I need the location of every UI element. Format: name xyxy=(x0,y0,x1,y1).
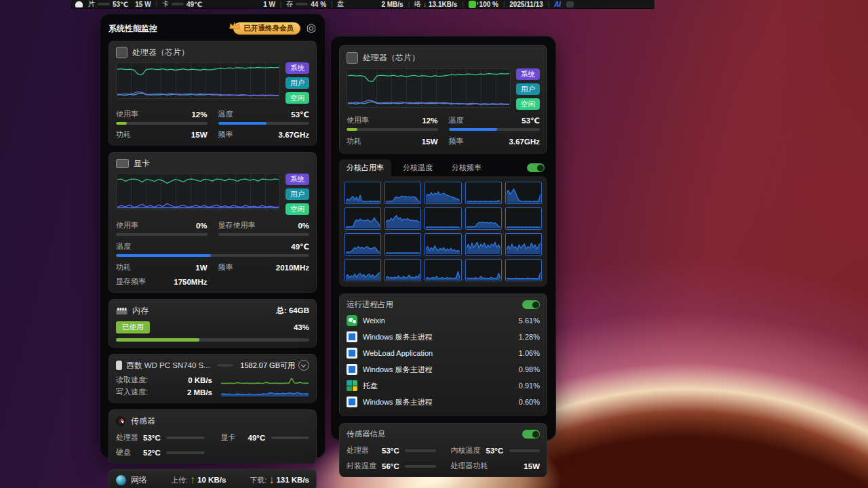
taskbar-gpu[interactable]: 卡 49℃ 1 W xyxy=(162,0,275,9)
gpu-usage-graph xyxy=(116,174,280,210)
gpu-icon xyxy=(116,159,129,168)
sensorinfo-pkg-value: 56°C xyxy=(382,462,405,470)
core-section-toggle[interactable] xyxy=(527,163,545,172)
processes-card: 运行进程占用 Weixin 5.61% Windows 服务主进程 1.28% … xyxy=(339,293,547,416)
chevron-down-icon[interactable] xyxy=(298,360,309,371)
legend-user: 用户 xyxy=(285,77,309,89)
cpu-usage-bar xyxy=(347,128,438,131)
disk-write-sparkline xyxy=(220,387,309,397)
taskbar-gpu-label: 卡 xyxy=(162,0,169,9)
core-chart xyxy=(384,207,421,230)
gpu-usage-value: 0% xyxy=(196,222,208,230)
taskbar-gpu-bar xyxy=(172,3,184,5)
gpu-usage-bar xyxy=(116,233,208,236)
processes-toggle[interactable] xyxy=(522,300,540,309)
settings-icon[interactable] xyxy=(306,23,317,34)
sensor-info-toggle[interactable] xyxy=(522,430,540,439)
taskbar-cpu-label: 片 xyxy=(88,0,95,9)
tab-core-freq[interactable]: 分核频率 xyxy=(444,159,489,176)
process-name: 托盘 xyxy=(363,381,519,391)
core-chart xyxy=(505,207,542,230)
processes-header: 运行进程占用 xyxy=(347,300,540,310)
gpu-vramfreq-value: 1750MHz xyxy=(174,278,207,286)
monitor-panel-main: 系统性能监控 已开通终身会员 处理器（芯片） xyxy=(100,14,326,458)
weixin-icon xyxy=(347,315,357,326)
disk-write-label: 写入速度: xyxy=(116,387,159,397)
network-card-title: 网络 xyxy=(131,474,147,486)
gpu-power-value: 1W xyxy=(195,264,207,272)
tab-core-usage[interactable]: 分核占用率 xyxy=(339,159,391,176)
tab-core-temp[interactable]: 分核温度 xyxy=(395,159,440,176)
core-chart xyxy=(384,182,421,204)
taskbar-memory-bar xyxy=(296,3,308,5)
disk-read-label: 读取速度: xyxy=(116,375,159,385)
sensor-info-title: 传感器信息 xyxy=(347,429,386,439)
taskbar-battery[interactable]: 100 % xyxy=(469,1,498,8)
core-chart xyxy=(425,207,461,230)
taskbar-gpu-temp: 49℃ xyxy=(186,1,202,8)
sensorinfo-power-value: 15W xyxy=(524,462,540,470)
core-chart xyxy=(384,233,421,256)
taskbar-disk-value: 2 MB/s xyxy=(381,1,403,8)
ai-logo[interactable]: AI xyxy=(554,1,561,8)
gpu-temp-value: 49℃ xyxy=(291,242,309,251)
sensor-hdd-bar xyxy=(166,451,205,454)
process-name: Weixin xyxy=(363,317,519,325)
chip-icon xyxy=(347,52,358,64)
cpu-graph-legend: 系统 用户 空闲 xyxy=(285,62,309,104)
panel-header: 系统性能监控 已开通终身会员 xyxy=(108,20,317,37)
legend-system: 系统 xyxy=(285,174,309,185)
sensor-gpu-label: 显卡 xyxy=(221,432,248,443)
memory-card: 内存 总: 64GB 已使用 43% xyxy=(108,299,317,348)
cpu-card-header: 处理器（芯片） xyxy=(116,47,309,58)
taskbar-memory[interactable]: 存 44 % xyxy=(286,0,326,9)
taskbar-network[interactable]: 络 ↓ 13.1KB/s xyxy=(414,0,457,9)
process-value: 1.28% xyxy=(519,333,540,341)
upload-label: 上传: xyxy=(171,475,188,485)
core-chart xyxy=(344,182,381,204)
divider: | xyxy=(331,1,332,7)
gpu-graph-legend: 系统 用户 空闲 xyxy=(285,174,309,215)
memory-used-badge: 已使用 xyxy=(116,321,150,333)
cpu-temp-label: 温度 xyxy=(449,115,464,125)
sensor-hdd-label: 硬盘 xyxy=(116,447,143,458)
process-name: Windows 服务主进程 xyxy=(363,397,519,407)
sensor-cpu-label: 处理器 xyxy=(116,432,143,443)
process-value: 1.06% xyxy=(519,349,540,357)
taskbar-disk[interactable]: 盘 2 MB/s xyxy=(337,0,403,9)
vip-badge[interactable]: 已开通终身会员 xyxy=(233,22,301,35)
core-chart xyxy=(344,207,381,230)
sensor-cpu-bar xyxy=(166,436,205,439)
chip-icon xyxy=(116,47,127,58)
gpu-power-label: 功耗 xyxy=(116,262,131,272)
taskbar: 片 53℃ 15 W | 卡 49℃ 1 W | 存 44 % | 盘 2 MB… xyxy=(71,0,654,9)
sensors-card-header: 传感器 xyxy=(116,415,309,427)
upload-arrow-icon: ↑ xyxy=(190,474,195,486)
taskbar-cpu[interactable]: 片 53℃ 15 W xyxy=(88,0,151,9)
taskbar-date[interactable]: 2025/11/13 xyxy=(509,1,543,8)
cpu-power-value: 15W xyxy=(422,138,438,146)
taskbar-network-value: 13.1KB/s xyxy=(429,1,457,8)
ram-icon xyxy=(116,307,127,315)
cpu-graph-legend: 系统 用户 空闲 xyxy=(516,68,540,110)
memory-card-title: 内存 xyxy=(132,305,149,317)
app-logo-icon[interactable] xyxy=(75,1,83,7)
gpu-usage-label: 使用率 xyxy=(116,220,138,230)
gpu-vram-value: 0% xyxy=(298,222,309,230)
disk-free-space: 1582.07 GB可用 xyxy=(240,361,295,371)
gpu-vram-label: 显存使用率 xyxy=(218,220,256,230)
process-row: Windows 服务主进程 0.98% xyxy=(347,361,540,378)
core-chart xyxy=(425,233,461,256)
cpu-temp-label: 温度 xyxy=(218,109,233,119)
core-chart xyxy=(425,259,461,281)
process-name: Windows 服务主进程 xyxy=(363,332,519,342)
cpu-card-title: 处理器（芯片） xyxy=(132,47,189,58)
disk-usage-minibar xyxy=(217,364,233,367)
legend-system: 系统 xyxy=(516,68,540,80)
sensor-cpu-value: 53°C xyxy=(143,434,166,442)
tray-app-icon[interactable] xyxy=(566,1,574,7)
network-card: 网络 上传: ↑ 10 KB/s 下载: ↓ 131 KB/s xyxy=(108,469,317,488)
disk-icon xyxy=(116,361,122,370)
windows-service-icon xyxy=(347,396,357,407)
sensorinfo-cpu-label: 处理器 xyxy=(347,445,382,455)
